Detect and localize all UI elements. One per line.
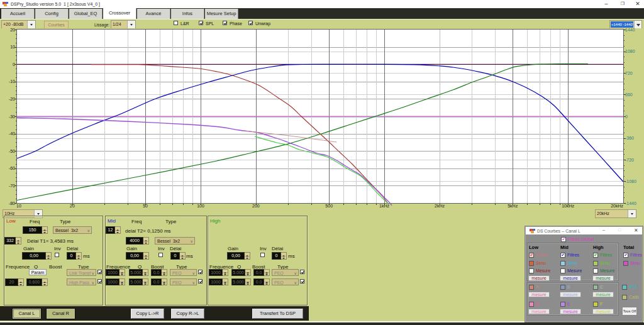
svg-text:-1440: -1440 — [625, 201, 636, 206]
svg-text:10: 10 — [10, 45, 15, 49]
svg-text:0: 0 — [13, 62, 15, 67]
svg-text:-50: -50 — [9, 149, 15, 153]
svg-text:10kHz: 10kHz — [562, 204, 574, 208]
svg-text:2kHz: 2kHz — [435, 204, 445, 208]
svg-text:20kHz: 20kHz — [611, 204, 623, 208]
svg-text:-720: -720 — [625, 158, 634, 162]
svg-text:1080: 1080 — [625, 49, 635, 53]
svg-text:50: 50 — [143, 204, 148, 208]
svg-text:-10: -10 — [9, 79, 15, 84]
svg-text:20: 20 — [10, 28, 15, 32]
svg-text:-360: -360 — [625, 136, 634, 140]
svg-text:360: 360 — [625, 92, 633, 97]
svg-text:-60: -60 — [9, 166, 15, 170]
svg-text:0: 0 — [625, 114, 628, 119]
svg-text:1440: 1440 — [625, 28, 635, 32]
svg-text:100: 100 — [197, 204, 204, 208]
svg-text:-20: -20 — [9, 97, 15, 101]
svg-text:-70: -70 — [9, 184, 15, 188]
svg-text:200: 200 — [252, 204, 260, 208]
svg-text:-40: -40 — [9, 131, 15, 136]
svg-text:20: 20 — [70, 204, 75, 208]
svg-text:720: 720 — [625, 71, 633, 75]
svg-text:5kHz: 5kHz — [508, 204, 518, 208]
svg-text:500: 500 — [325, 204, 333, 208]
svg-text:-30: -30 — [9, 114, 15, 119]
svg-text:-80: -80 — [9, 201, 15, 206]
svg-text:-1080: -1080 — [625, 179, 636, 184]
svg-text:10: 10 — [16, 204, 21, 208]
